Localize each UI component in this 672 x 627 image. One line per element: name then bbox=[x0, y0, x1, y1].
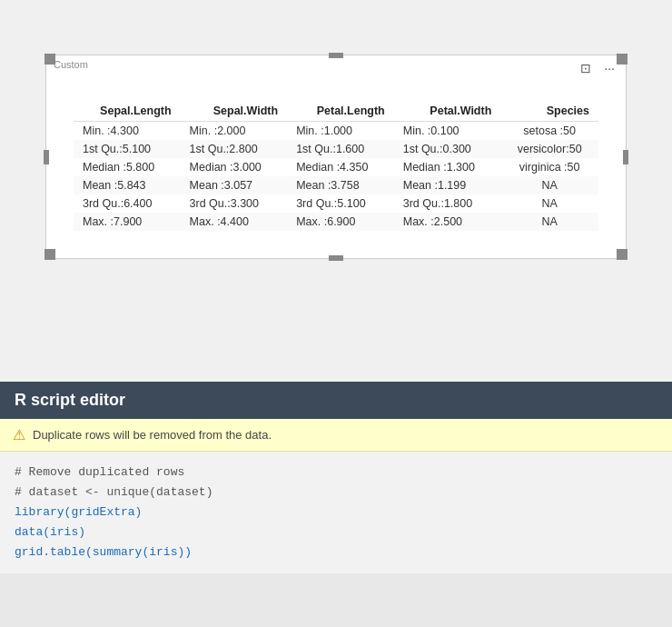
more-button[interactable]: ··· bbox=[600, 59, 618, 77]
table-cell: Max. :6.900 bbox=[287, 213, 394, 231]
table-cell: 3rd Qu.:1.800 bbox=[394, 194, 501, 213]
table-cell: Median :5.800 bbox=[74, 158, 181, 176]
table-cell: 1st Qu.:5.100 bbox=[74, 140, 181, 158]
table-cell: Mean :3.758 bbox=[287, 176, 394, 194]
table-cell: Min. :2.000 bbox=[181, 122, 288, 141]
table-cell: Min. :1.000 bbox=[287, 122, 394, 141]
table-cell: 1st Qu.:0.300 bbox=[394, 140, 501, 158]
table-cell: Median :3.000 bbox=[181, 158, 288, 176]
table-cell: Mean :5.843 bbox=[74, 176, 181, 194]
handle-top[interactable] bbox=[329, 53, 343, 58]
table-cell: Min. :0.100 bbox=[394, 122, 501, 141]
warning-bar: ⚠ Duplicate rows will be removed from th… bbox=[0, 419, 672, 452]
col-header-sepal-length: Sepal.Length bbox=[74, 101, 181, 122]
table-cell: 3rd Qu.:3.300 bbox=[181, 194, 288, 213]
widget-toolbar: ⊡ ··· bbox=[577, 59, 618, 77]
table-cell: Min. :4.300 bbox=[74, 122, 181, 141]
table-cell: NA bbox=[500, 176, 598, 194]
script-editor-title: R script editor bbox=[15, 391, 125, 409]
table-cell: Max. :2.500 bbox=[394, 213, 501, 231]
table-cell: 1st Qu.:2.800 bbox=[181, 140, 288, 158]
handle-left[interactable] bbox=[44, 150, 49, 164]
col-header-species: Species bbox=[500, 101, 598, 122]
table-cell: Median :1.300 bbox=[394, 158, 501, 176]
bottom-panel: R script editor ⚠ Duplicate rows will be… bbox=[0, 382, 672, 627]
table-cell: virginica :50 bbox=[500, 158, 598, 176]
table-cell: 3rd Qu.:5.100 bbox=[287, 194, 394, 213]
col-header-sepal-width: Sepal.Width bbox=[181, 101, 288, 122]
table-cell: setosa :50 bbox=[500, 122, 598, 141]
table-cell: 1st Qu.:1.600 bbox=[287, 140, 394, 158]
handle-bottom[interactable] bbox=[329, 255, 343, 261]
corner-bl bbox=[44, 249, 55, 260]
table-row: Median :5.800Median :3.000Median :4.350M… bbox=[74, 158, 598, 176]
code-area[interactable]: # Remove duplicated rows# dataset <- uni… bbox=[0, 452, 672, 573]
table-cell: Mean :3.057 bbox=[181, 176, 288, 194]
summary-table: Sepal.Length Sepal.Width Petal.Length Pe… bbox=[74, 101, 598, 231]
top-panel: Custom ⊡ ··· Sepal.Length Sepal.Width Pe… bbox=[0, 0, 672, 382]
warning-icon: ⚠ bbox=[13, 426, 25, 443]
table-row: 1st Qu.:5.1001st Qu.:2.8001st Qu.:1.6001… bbox=[74, 140, 598, 158]
table-header-row: Sepal.Length Sepal.Width Petal.Length Pe… bbox=[74, 101, 598, 122]
code-line: grid.table(summary(iris)) bbox=[15, 542, 657, 562]
corner-br bbox=[617, 249, 628, 260]
col-header-petal-length: Petal.Length bbox=[287, 101, 394, 122]
table-cell: 3rd Qu.:6.400 bbox=[74, 194, 181, 213]
warning-text: Duplicate rows will be removed from the … bbox=[33, 428, 272, 442]
code-line: library(gridExtra) bbox=[15, 503, 657, 522]
table-cell: NA bbox=[500, 213, 598, 231]
code-line: # dataset <- unique(dataset) bbox=[15, 483, 657, 503]
table-cell: Max. :4.400 bbox=[181, 213, 288, 231]
script-editor-header: R script editor bbox=[0, 382, 672, 419]
table-cell: versicolor:50 bbox=[500, 140, 598, 158]
table-cell: Max. :7.900 bbox=[74, 213, 181, 231]
col-header-petal-width: Petal.Width bbox=[394, 101, 501, 122]
table-row: 3rd Qu.:6.4003rd Qu.:3.3003rd Qu.:5.1003… bbox=[74, 194, 598, 213]
table-row: Min. :4.300Min. :2.000Min. :1.000Min. :0… bbox=[74, 122, 598, 141]
table-cell: NA bbox=[500, 194, 598, 213]
custom-widget: Custom ⊡ ··· Sepal.Length Sepal.Width Pe… bbox=[45, 55, 627, 259]
table-cell: Median :4.350 bbox=[287, 158, 394, 176]
code-line: data(iris) bbox=[15, 522, 657, 542]
handle-right[interactable] bbox=[623, 150, 628, 164]
widget-label: Custom bbox=[54, 59, 88, 70]
table-cell: Mean :1.199 bbox=[394, 176, 501, 194]
table-row: Max. :7.900Max. :4.400Max. :6.900Max. :2… bbox=[74, 213, 598, 231]
code-line: # Remove duplicated rows bbox=[15, 463, 657, 483]
expand-button[interactable]: ⊡ bbox=[577, 59, 595, 77]
table-row: Mean :5.843Mean :3.057Mean :3.758Mean :1… bbox=[74, 176, 598, 194]
